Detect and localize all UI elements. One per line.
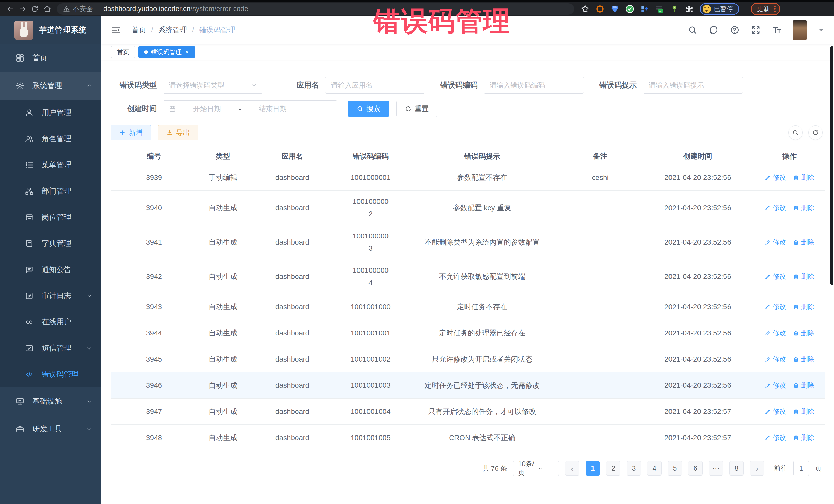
- delete-link[interactable]: 删除: [793, 302, 814, 312]
- delete-link[interactable]: 删除: [793, 203, 814, 213]
- edit-link[interactable]: 修改: [765, 203, 786, 213]
- sidebar-item-6[interactable]: 岗位管理: [0, 204, 101, 231]
- page-button-1[interactable]: 1: [586, 461, 600, 476]
- security-chip[interactable]: 不安全: [63, 4, 93, 13]
- extension-blue-gem-icon[interactable]: [611, 5, 619, 13]
- page-button-6[interactable]: 6: [688, 461, 703, 476]
- edit-link[interactable]: 修改: [765, 380, 786, 390]
- hint-input[interactable]: [649, 81, 737, 89]
- header-search-icon[interactable]: [688, 25, 698, 35]
- sidebar-item-14[interactable]: 研发工具: [0, 415, 101, 443]
- edit-link[interactable]: 修改: [765, 271, 786, 282]
- refresh-table-icon[interactable]: [808, 126, 823, 140]
- github-icon[interactable]: [709, 25, 719, 35]
- edit-link[interactable]: 修改: [765, 172, 786, 182]
- date-start-input[interactable]: [180, 105, 234, 113]
- delete-link[interactable]: 删除: [793, 380, 814, 390]
- delete-link[interactable]: 删除: [793, 407, 814, 416]
- sidebar-item-12[interactable]: 错误码管理: [0, 361, 101, 388]
- edit-link[interactable]: 修改: [765, 433, 786, 443]
- sidebar-item-7[interactable]: 字典管理: [0, 231, 101, 257]
- prev-page-button[interactable]: ‹: [565, 461, 579, 476]
- help-icon[interactable]: [730, 25, 740, 35]
- browser-update-control[interactable]: 更新: [751, 3, 780, 15]
- next-page-button[interactable]: ›: [750, 461, 764, 476]
- page-button-4[interactable]: 4: [647, 461, 662, 476]
- breadcrumb-item-1[interactable]: 系统管理: [158, 25, 187, 35]
- user-avatar[interactable]: [793, 20, 807, 40]
- sidebar-item-10[interactable]: 在线用户: [0, 309, 101, 335]
- browser-home-icon[interactable]: [41, 3, 53, 15]
- browser-forward-icon[interactable]: [17, 3, 29, 15]
- delete-link[interactable]: 删除: [793, 237, 814, 247]
- sidebar-item-11[interactable]: 短信管理: [0, 335, 101, 361]
- sidebar-item-0[interactable]: 首页: [0, 44, 101, 72]
- sidebar-item-8[interactable]: 通知公告: [0, 257, 101, 283]
- sidebar-item-13[interactable]: 基础设施: [0, 388, 101, 415]
- cell-app: dashboard: [249, 380, 336, 391]
- date-end-input[interactable]: [246, 105, 300, 113]
- close-tab-icon[interactable]: ×: [185, 49, 189, 55]
- code-input[interactable]: [490, 81, 578, 89]
- extension-green-check-icon[interactable]: [626, 5, 634, 13]
- search-button[interactable]: 搜索: [348, 101, 389, 117]
- delete-link[interactable]: 删除: [793, 354, 814, 364]
- page-button-8[interactable]: 8: [729, 461, 744, 476]
- sidebar-item-4[interactable]: 菜单管理: [0, 152, 101, 178]
- sidebar-toggle-icon[interactable]: [111, 25, 121, 35]
- column-header-remark: 备注: [559, 151, 641, 161]
- extension-dark-on-badge-icon[interactable]: on: [655, 5, 664, 13]
- tab-1[interactable]: 错误码管理×: [138, 46, 195, 58]
- extension-blue-blocks-icon[interactable]: [640, 5, 649, 13]
- date-range-picker[interactable]: -: [163, 100, 337, 117]
- page-scrollbar[interactable]: [830, 46, 833, 285]
- cell-app: dashboard: [249, 271, 336, 282]
- sidebar-item-5[interactable]: 部门管理: [0, 178, 101, 204]
- app-name-input[interactable]: [331, 81, 419, 89]
- cell-app: dashboard: [249, 432, 336, 443]
- date-separator: -: [236, 105, 244, 113]
- browser-back-icon[interactable]: [4, 3, 17, 15]
- page-button-···[interactable]: ···: [709, 461, 723, 476]
- extensions-puzzle-icon[interactable]: [685, 5, 694, 13]
- update-button[interactable]: 更新: [757, 4, 770, 13]
- edit-link[interactable]: 修改: [765, 237, 786, 247]
- sidebar-item-9[interactable]: 审计日志: [0, 283, 101, 309]
- delete-link[interactable]: 删除: [793, 328, 814, 338]
- browser-menu-kebab-icon[interactable]: [774, 6, 776, 12]
- page-button-5[interactable]: 5: [668, 461, 682, 476]
- edit-link[interactable]: 修改: [765, 328, 786, 338]
- breadcrumb-separator: /: [192, 26, 194, 34]
- tab-0[interactable]: 首页: [111, 46, 135, 58]
- export-button[interactable]: 导出: [158, 125, 198, 140]
- edit-link[interactable]: 修改: [765, 354, 786, 364]
- font-size-icon[interactable]: [772, 25, 782, 35]
- type-select[interactable]: 请选择错误码类型: [163, 77, 263, 94]
- fullscreen-icon[interactable]: [751, 25, 761, 35]
- reset-button[interactable]: 重置: [396, 101, 437, 117]
- page-size-select[interactable]: 10条/页: [513, 461, 559, 476]
- edit-link[interactable]: 修改: [765, 302, 786, 312]
- avatar-caret-icon[interactable]: [818, 27, 824, 33]
- sidebar-item-1[interactable]: 系统管理: [0, 72, 101, 100]
- sidebar-item-3[interactable]: 角色管理: [0, 126, 101, 152]
- extension-orange-ring-icon[interactable]: [596, 5, 604, 13]
- page-button-2[interactable]: 2: [606, 461, 620, 476]
- browser-reload-icon[interactable]: [29, 3, 41, 15]
- breadcrumb-item-0[interactable]: 首页: [132, 25, 146, 35]
- cell-ops: 修改删除: [754, 302, 825, 312]
- add-button[interactable]: 新增: [111, 125, 151, 140]
- edit-link[interactable]: 修改: [765, 407, 786, 416]
- delete-link[interactable]: 删除: [793, 271, 814, 282]
- profile-paused-badge[interactable]: 已暂停: [700, 3, 739, 15]
- app-logo[interactable]: 芋道管理系统: [0, 16, 101, 44]
- sidebar-item-2[interactable]: 用户管理: [0, 100, 101, 126]
- page-button-3[interactable]: 3: [627, 461, 641, 476]
- bookmark-star-icon[interactable]: [581, 5, 589, 13]
- breadcrumb: 首页/系统管理/错误码管理: [132, 25, 235, 35]
- toggle-search-icon[interactable]: [788, 126, 803, 140]
- extension-green-key-icon[interactable]: [670, 5, 679, 13]
- delete-link[interactable]: 删除: [793, 172, 814, 182]
- delete-link[interactable]: 删除: [793, 433, 814, 443]
- goto-page-input[interactable]: [793, 461, 809, 476]
